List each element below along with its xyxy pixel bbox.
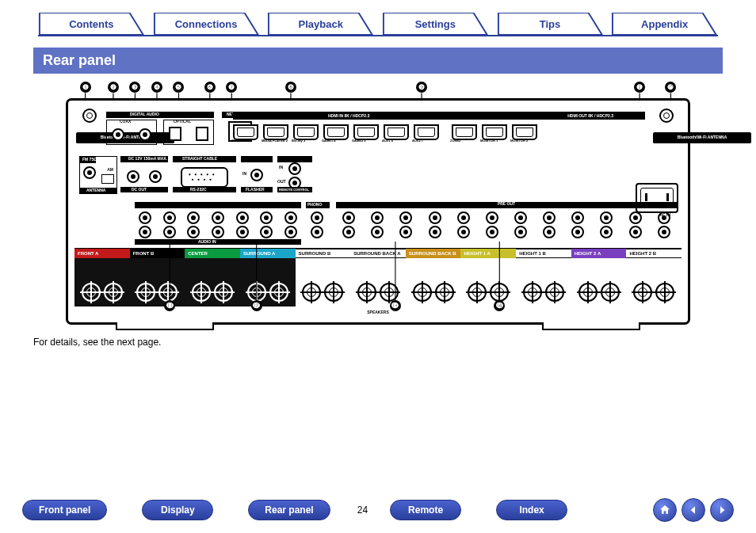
callout-5: ❺	[173, 82, 184, 93]
callout-10: ❶	[634, 82, 645, 93]
remote-in-label: IN	[279, 166, 283, 169]
dc-out-jack	[127, 170, 139, 183]
bottom-nav-display[interactable]: Display	[142, 500, 213, 520]
callout-11: ❿	[665, 82, 676, 93]
speaker-label: HEIGHT 1 B	[516, 249, 571, 258]
phono-jack	[311, 226, 323, 238]
speaker-height-2-a: HEIGHT 2 A	[571, 248, 627, 306]
phono-jack	[311, 211, 323, 224]
bottom-nav-remote[interactable]: Remote	[390, 500, 461, 520]
rca-jack	[187, 211, 200, 224]
rca-jack	[571, 211, 584, 224]
top-nav-tabs: ContentsConnectionsPlaybackSettingsTipsA…	[38, 13, 718, 36]
optical-jack	[196, 127, 208, 141]
callout-4: ❹	[151, 82, 162, 93]
forward-icon[interactable]	[710, 498, 734, 522]
rca-jack	[342, 226, 355, 238]
speaker-label: SURROUND A	[240, 249, 296, 258]
page-number: 24	[357, 504, 368, 516]
hdmi-port	[263, 124, 288, 140]
rca-jack	[187, 226, 200, 238]
rca-jack	[163, 211, 176, 224]
phono-block: PHONO	[306, 202, 330, 243]
hdmi-port-label: MEDIA PLAYER 2	[262, 139, 288, 143]
rca-jack	[342, 211, 355, 224]
speaker-front-b: FRONT B	[130, 248, 185, 306]
svg-point-19	[209, 179, 211, 181]
svg-point-14	[207, 173, 208, 175]
hdmi-port-label: MONITOR 2	[510, 139, 528, 143]
rca-jack	[260, 226, 273, 238]
rs232-label: RS-232C	[190, 188, 207, 192]
callout-1: ⓫	[164, 300, 175, 311]
speaker-surround-back-a: SURROUND BACK A	[350, 248, 406, 306]
hdmi-port	[233, 124, 258, 140]
rs232-port	[181, 167, 228, 188]
bottom-nav-index[interactable]: Index	[496, 500, 567, 520]
tab-connections[interactable]: Connections	[153, 13, 260, 35]
speaker-label: SURROUND BACK A	[350, 249, 406, 258]
speaker-label: HEIGHT 2 B	[626, 249, 682, 258]
tab-appendix[interactable]: Appendix	[611, 13, 718, 35]
antenna-label: ANTENNA	[86, 188, 105, 192]
callout-8: ❽	[285, 82, 296, 93]
coax-jack	[139, 128, 151, 141]
phono-label: PHONO	[307, 203, 322, 207]
tab-settings[interactable]: Settings	[382, 13, 489, 35]
hdmi-in-label: HDMI IN 8K / HDCP2.3	[328, 114, 369, 118]
rca-jack	[658, 226, 670, 238]
speaker-label: HEIGHT 2 A	[571, 249, 627, 258]
fm-label: FM 75Ω	[82, 158, 97, 162]
svg-point-16	[192, 179, 193, 181]
rca-jack	[486, 211, 498, 224]
optical-label: OPTICAL	[174, 120, 191, 124]
note-text: For details, see the next page.	[33, 337, 723, 348]
chassis-feet	[116, 322, 640, 330]
bottom-nav-rear-panel[interactable]: Rear panel	[248, 500, 330, 520]
hdmi-port-label: GAME2 5	[352, 139, 366, 143]
svg-point-11	[189, 173, 190, 175]
svg-point-15	[212, 173, 214, 175]
rca-jack	[212, 211, 224, 224]
speaker-front-a: FRONT A	[74, 248, 130, 306]
audio-in-block: AUDIO IN	[135, 202, 301, 243]
row3-block: AUDIO IN PHONO PRE OUT	[79, 202, 677, 246]
optical-jack	[169, 127, 181, 141]
rca-jack	[457, 211, 470, 224]
bottom-nav-front-panel[interactable]: Front panel	[22, 500, 107, 520]
rca-jack	[260, 211, 273, 224]
tab-playback[interactable]: Playback	[267, 13, 374, 35]
acin-label: AC IN	[659, 213, 670, 217]
callout-row-bottom: ⓫⓬⓭⓮	[89, 299, 667, 313]
speaker-label: FRONT A	[74, 249, 130, 258]
remote-out-label: OUT	[277, 180, 286, 184]
digital-audio-block: DIGITAL AUDIO COAX OPTICAL	[106, 112, 214, 147]
am-label: AM	[107, 168, 113, 172]
hdmi-port-label: CBL/SAT 1	[231, 139, 247, 143]
speaker-label: FRONT B	[130, 249, 185, 258]
back-icon[interactable]	[682, 498, 705, 522]
speaker-label: HEIGHT 1 A	[460, 249, 516, 258]
speaker-label: SURROUND B	[296, 249, 351, 258]
rca-jack	[571, 226, 584, 238]
callout-7: ❼	[226, 82, 237, 93]
rca-jack	[139, 211, 151, 224]
tab-contents[interactable]: Contents	[38, 13, 145, 35]
callout-2: ❷	[108, 82, 119, 93]
flasher-block: IN FLASHER	[241, 156, 273, 192]
home-icon[interactable]	[653, 498, 677, 522]
speaker-height-1-a: HEIGHT 1 A	[460, 248, 516, 306]
remote-control-block: IN OUT REMOTE CONTROL	[277, 156, 312, 192]
rca-jack	[486, 226, 498, 238]
bt-wifi-antenna-right: Bluetooth/Wi-Fi ANTENNA	[653, 109, 680, 143]
flasher-in-label: IN	[242, 172, 246, 176]
coax-label: COAX	[120, 120, 131, 124]
rca-jack	[139, 226, 151, 238]
callout-1: ❶	[80, 82, 91, 93]
hdmi-port	[323, 124, 349, 140]
callout-row-top: ❶❷❸❹❺❻❼❽❾❶❿	[67, 82, 689, 96]
callout-3: ❸	[129, 82, 140, 93]
callout-9: ❾	[416, 82, 427, 93]
speaker-label: SURROUND BACK B	[406, 249, 461, 258]
tab-tips[interactable]: Tips	[497, 13, 604, 35]
